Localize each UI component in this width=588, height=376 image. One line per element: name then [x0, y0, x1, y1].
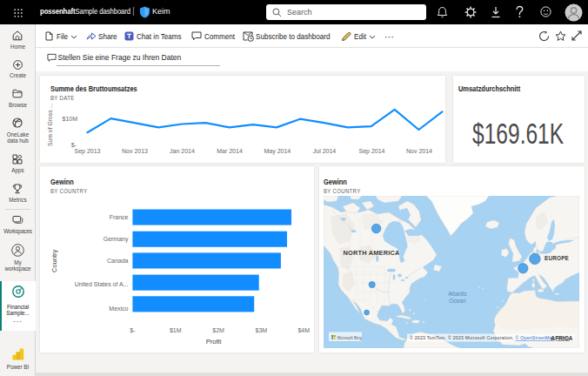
- svg-text:AFRICA: AFRICA: [551, 335, 572, 341]
- svg-text:Atlantic: Atlantic: [448, 291, 467, 297]
- svg-text:Ocean: Ocean: [449, 297, 466, 303]
- svg-text:Microsoft Bing: Microsoft Bing: [337, 335, 362, 339]
- svg-text:© 2023 TomTom, © 2023 Microsof: © 2023 TomTom, © 2023 Microsoft Corporat…: [410, 335, 570, 340]
- svg-text:NORTH AMERICA: NORTH AMERICA: [343, 248, 399, 256]
- svg-text:EUROPE: EUROPE: [545, 255, 569, 261]
